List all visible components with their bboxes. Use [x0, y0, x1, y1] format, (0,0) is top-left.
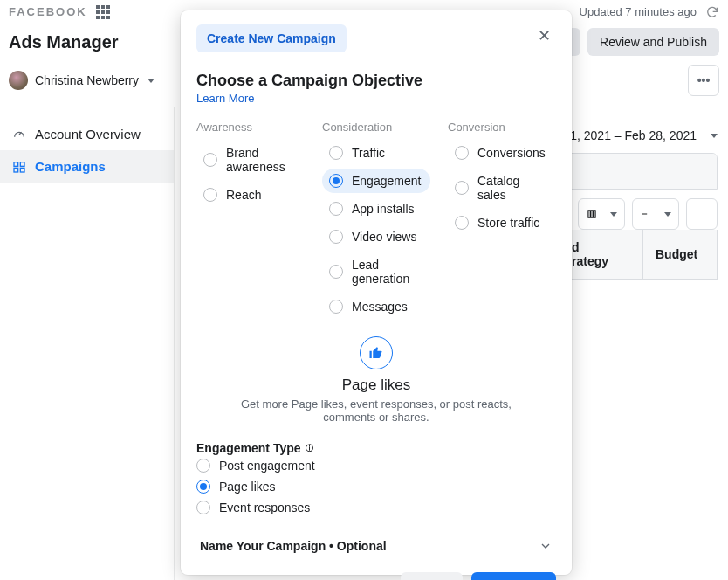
columns-tool[interactable]	[578, 198, 625, 230]
engagement-hero-desc: Get more Page likes, event responses, or…	[237, 397, 516, 424]
objective-label: Store traffic	[477, 216, 539, 230]
gauge-icon	[12, 128, 26, 142]
more-options-button[interactable]: •••	[688, 65, 719, 96]
radio-icon	[203, 153, 217, 167]
breakdown-icon	[640, 208, 652, 220]
create-campaign-modal: Create New Campaign ✕ Choose a Campaign …	[181, 10, 572, 575]
column-title: Awareness	[196, 121, 305, 134]
radio-icon	[329, 300, 343, 314]
objective-label: Video views	[352, 230, 416, 244]
svg-rect-1	[20, 162, 24, 166]
chevron-down-icon	[539, 539, 553, 553]
objective-label: Traffic	[352, 146, 385, 160]
objective-engagement[interactable]: Engagement	[322, 169, 430, 193]
modal-footer: Cancel Continue	[196, 562, 556, 580]
review-publish-button[interactable]: Review and Publish	[587, 28, 719, 56]
radio-icon	[329, 265, 343, 279]
brand-wordmark: FACEBOOK	[9, 5, 87, 18]
engagement-type-label: Engagement Type ⓘ	[196, 441, 556, 455]
sidebar-item-account-overview[interactable]: Account Overview	[0, 118, 174, 150]
extra-tool[interactable]	[686, 198, 718, 230]
sidebar: Account Overview Campaigns	[0, 107, 175, 580]
objective-brand-awareness[interactable]: Brand awareness	[196, 141, 305, 179]
modal-title: Choose a Campaign Objective	[196, 72, 556, 90]
chevron-down-icon	[711, 134, 718, 138]
chevron-down-icon	[664, 212, 671, 217]
avatar	[9, 71, 28, 90]
apps-grid-icon[interactable]	[96, 5, 110, 19]
radio-icon	[196, 459, 210, 473]
objective-label: Lead generation	[352, 258, 423, 286]
objective-label: Conversions	[477, 146, 546, 160]
account-name: Christina Newberry	[35, 73, 139, 87]
objective-column-awareness: Awareness Brand awareness Reach	[196, 121, 305, 322]
objective-messages[interactable]: Messages	[322, 294, 430, 319]
radio-icon	[203, 188, 217, 202]
engagement-type-option-label: Page likes	[219, 480, 276, 494]
updated-label: Updated 7 minutes ago	[580, 5, 697, 18]
objective-label: Catalog sales	[477, 174, 549, 202]
engagement-type-event-responses[interactable]: Event responses	[196, 497, 556, 518]
objective-label: Reach	[226, 188, 261, 202]
objective-label: Brand awareness	[226, 146, 298, 174]
continue-button[interactable]: Continue	[471, 572, 556, 580]
refresh-icon[interactable]	[705, 5, 719, 19]
objective-column-conversion: Conversion Conversions Catalog sales Sto…	[448, 121, 556, 322]
breakdown-tool[interactable]	[632, 198, 679, 230]
objective-store-traffic[interactable]: Store traffic	[448, 211, 556, 235]
objective-lead-generation[interactable]: Lead generation	[322, 252, 430, 291]
date-range-label: eb 1, 2021 – Feb 28, 2021	[553, 128, 697, 142]
objective-traffic[interactable]: Traffic	[322, 141, 430, 165]
cancel-button[interactable]: Cancel	[401, 572, 464, 580]
engagement-hero-title: Page likes	[342, 376, 410, 394]
radio-icon	[329, 174, 343, 188]
chevron-down-icon	[148, 79, 155, 83]
engagement-type-post-engagement[interactable]: Post engagement	[196, 455, 556, 476]
chevron-down-icon	[610, 212, 617, 217]
sidebar-item-label: Account Overview	[35, 127, 141, 142]
radio-icon	[329, 202, 343, 216]
radio-icon	[455, 146, 469, 160]
page-title: Ads Manager	[9, 32, 119, 52]
radio-icon	[196, 501, 210, 514]
column-title: Conversion	[448, 121, 556, 134]
objective-label: Engagement	[352, 174, 421, 188]
radio-icon	[455, 216, 469, 230]
sidebar-item-campaigns[interactable]: Campaigns	[0, 150, 174, 183]
objective-label: App installs	[352, 202, 415, 216]
engagement-type-option-label: Event responses	[219, 501, 310, 514]
objective-reach[interactable]: Reach	[196, 183, 305, 207]
engagement-hero: Page likes Get more Page likes, event re…	[196, 336, 556, 424]
engagement-type-page-likes[interactable]: Page likes	[196, 476, 556, 497]
expander-label: Name Your Campaign • Optional	[200, 539, 387, 553]
modal-chip[interactable]: Create New Campaign	[196, 24, 347, 52]
objective-column-consideration: Consideration Traffic Engagement App ins…	[322, 121, 430, 322]
objective-conversions[interactable]: Conversions	[448, 141, 556, 165]
close-icon[interactable]: ✕	[532, 24, 556, 47]
objective-app-installs[interactable]: App installs	[322, 197, 430, 221]
objective-catalog-sales[interactable]: Catalog sales	[448, 169, 556, 207]
radio-icon	[455, 181, 469, 195]
sidebar-item-label: Campaigns	[35, 159, 106, 174]
campaigns-icon	[12, 160, 26, 174]
columns-icon	[586, 208, 598, 220]
info-icon[interactable]: ⓘ	[305, 443, 315, 453]
objective-video-views[interactable]: Video views	[322, 224, 430, 249]
radio-icon	[196, 480, 210, 494]
learn-more-link[interactable]: Learn More	[196, 92, 556, 105]
svg-rect-0	[14, 162, 18, 166]
name-campaign-expander[interactable]: Name Your Campaign • Optional	[196, 530, 556, 562]
svg-rect-3	[20, 168, 24, 172]
engagement-type-option-label: Post engagement	[219, 459, 315, 473]
svg-rect-2	[14, 168, 18, 172]
column-title: Consideration	[322, 121, 430, 134]
radio-icon	[329, 230, 343, 244]
col-budget[interactable]: Budget	[643, 237, 717, 272]
objective-label: Messages	[352, 300, 408, 314]
thumbs-up-icon	[360, 336, 393, 369]
radio-icon	[329, 146, 343, 160]
